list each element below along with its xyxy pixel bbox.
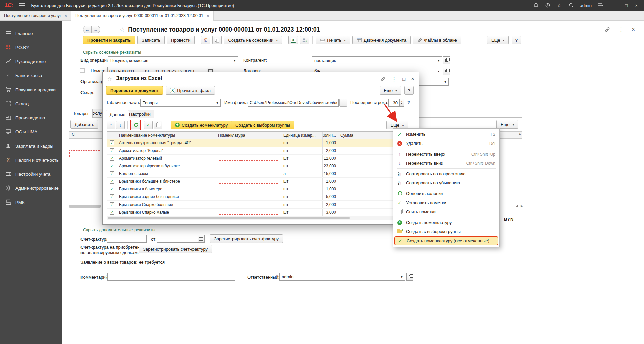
more-button[interactable]: Еще▾: [487, 36, 509, 44]
sidebar-item-accounting-settings[interactable]: Настройки учета: [0, 167, 62, 181]
row-checkbox[interactable]: ✓: [110, 202, 114, 207]
post-and-close-button[interactable]: Провести и закрыть: [83, 36, 135, 44]
row-checkbox[interactable]: ✓: [110, 156, 114, 161]
cloud-files-button[interactable]: Файлы в облаке: [413, 36, 461, 44]
scrollbar-thumb[interactable]: [108, 217, 350, 219]
last-row-field[interactable]: [388, 99, 400, 107]
notifications-icon[interactable]: [533, 2, 539, 8]
comment-field[interactable]: [107, 273, 235, 281]
row-checkbox[interactable]: ✓: [110, 164, 114, 168]
print-button[interactable]: Печать▾: [316, 36, 350, 44]
responsible-combo[interactable]: admin▾: [279, 273, 405, 281]
close-icon[interactable]: ×: [632, 2, 641, 9]
tab-receipt-list[interactable]: Поступление товаров и услуг ×: [0, 11, 71, 21]
grid-row[interactable]: ✓Брызговики большие в блистерешт1,000: [107, 178, 415, 185]
current-row-cursor[interactable]: [69, 150, 100, 157]
menu-item-edit[interactable]: ИзменитьF2: [393, 130, 499, 139]
column-unit[interactable]: Единица измер...: [281, 132, 323, 139]
link-icon[interactable]: [380, 76, 386, 82]
sidebar-item-salary-hr[interactable]: Зарплата и кадры: [0, 139, 62, 153]
hide-additional-requisites-link[interactable]: Скрыть дополнительные реквизиты: [83, 227, 155, 232]
horizontal-scrollbar-thumb[interactable]: [69, 205, 101, 208]
user-menu[interactable]: admin: [580, 3, 592, 8]
help-button[interactable]: ?: [512, 36, 521, 44]
grid-row[interactable]: ✓Ароматизатор гелевыйшт12,000: [107, 155, 415, 162]
kebab-icon[interactable]: ⋮: [618, 26, 624, 33]
row-checkbox[interactable]: ✓: [110, 171, 114, 176]
row-checkbox[interactable]: ✓: [110, 187, 114, 191]
menu-item-refresh-columns[interactable]: Обновить колонки: [393, 189, 499, 198]
grid-row[interactable]: ✓Брызговики Спарко большиешт2,000: [107, 201, 415, 209]
column-nomenclature[interactable]: Номенклатура: [216, 132, 281, 139]
create-item-button[interactable]: +Создать номенклатуру: [171, 121, 232, 129]
save-button[interactable]: Записать: [137, 36, 165, 44]
row-checkbox[interactable]: ✓: [110, 140, 114, 145]
grid-row[interactable]: ✓Антенна внутрисалонная "Триада -40"шт1,…: [107, 139, 415, 147]
clear-marks-button[interactable]: [154, 121, 162, 129]
list-icon[interactable]: [80, 68, 85, 73]
back-icon[interactable]: ←: [83, 26, 92, 33]
row-checkbox[interactable]: ✓: [110, 194, 114, 199]
link-icon[interactable]: [605, 27, 610, 32]
browse-file-button[interactable]: ...: [339, 99, 347, 107]
menu-item-sort-descending[interactable]: ЯА↓Сортировать по убыванию: [393, 178, 499, 187]
read-file-button[interactable]: XПрочитать файл: [166, 86, 215, 95]
table-part-combo[interactable]: Товары▾: [140, 99, 221, 107]
favorites-icon[interactable]: ☆: [556, 2, 562, 8]
sidebar-item-taxes[interactable]: ДтКтНалоги и отчетность: [0, 153, 62, 167]
sidebar-item-production[interactable]: Производство: [0, 111, 62, 125]
operation-type-combo[interactable]: Покупка, комиссия▾: [108, 56, 238, 64]
row-checkbox[interactable]: ✓: [110, 210, 114, 215]
chevron-down-icon[interactable]: ▾: [436, 69, 442, 73]
sidebar-item-administration[interactable]: Администрирование: [0, 181, 62, 195]
dtkt-postings-button[interactable]: ДтКт: [201, 36, 210, 44]
sidebar-item-poby[interactable]: PO.BY: [0, 40, 62, 54]
hide-main-requisites-link[interactable]: Скрыть основные реквизиты: [83, 50, 141, 55]
tab-goods[interactable]: Товары: [69, 109, 93, 118]
tab-data[interactable]: Данные: [106, 110, 129, 118]
service-settings-icon[interactable]: [597, 2, 603, 8]
forward-icon[interactable]: →: [92, 26, 100, 33]
items-more-button[interactable]: Еще▾: [496, 120, 518, 129]
menu-item-create-with-group[interactable]: Создать с выбором группы: [393, 227, 499, 236]
menu-item-move-down[interactable]: ↓Переместить внизCtrl+Shift+Down: [393, 159, 499, 168]
close-icon[interactable]: ×: [207, 13, 209, 18]
search-icon[interactable]: [568, 2, 574, 8]
counterparty-combo[interactable]: поставщик▾: [312, 56, 442, 64]
grid-row[interactable]: ✓Ароматизатор Фреско в бутылкешт23,000: [107, 162, 415, 170]
set-marks-button[interactable]: ✓: [144, 121, 153, 129]
create-with-group-button[interactable]: Создать с выбором группы: [231, 121, 294, 129]
chevron-down-icon[interactable]: ▾: [442, 80, 448, 84]
grid-row[interactable]: ✓Ароматизатор "Корона"шт2,000: [107, 147, 415, 155]
move-down-button[interactable]: ↓: [116, 121, 125, 129]
menu-item-create-item[interactable]: +Создать номенклатуру: [393, 218, 499, 227]
sidebar-item-rmk[interactable]: РМК: [0, 195, 62, 209]
counterparty-check-button[interactable]: [300, 36, 309, 44]
scroll-left-icon[interactable]: ◀: [516, 204, 518, 208]
calendar-button[interactable]: [198, 235, 205, 243]
sidebar-item-fixed-assets[interactable]: ОС и НМА: [0, 125, 62, 139]
add-row-button[interactable]: Добавить: [70, 120, 98, 129]
invoice-date-field[interactable]: [157, 235, 198, 243]
row-checkbox[interactable]: ✓: [110, 179, 114, 184]
invoice-number-field[interactable]: [107, 235, 147, 243]
favorite-star-icon[interactable]: ☆: [107, 76, 112, 82]
maximize-icon[interactable]: □: [622, 2, 631, 9]
menu-item-clear-marks[interactable]: Снять пометки: [393, 207, 499, 216]
dialog-help-button[interactable]: ?: [404, 86, 414, 95]
main-menu-icon[interactable]: [19, 3, 25, 7]
column-name[interactable]: Наименование номенклатуры: [117, 132, 216, 139]
sidebar-item-warehouse[interactable]: Склад: [0, 97, 62, 111]
excel-load-button[interactable]: X: [288, 36, 298, 44]
close-icon[interactable]: ×: [65, 13, 67, 18]
copy-document-button[interactable]: [212, 36, 222, 44]
tab-receipt-document[interactable]: Поступление товаров и услуг 0000-000011 …: [71, 11, 213, 21]
scroll-right-icon[interactable]: ▶: [521, 204, 523, 208]
grid-row[interactable]: ✓Баллон с газомл15,000: [107, 170, 415, 178]
favorite-star-icon[interactable]: ☆: [120, 26, 125, 33]
responsible-open-button[interactable]: [406, 273, 413, 281]
maximize-icon[interactable]: □: [402, 77, 405, 82]
create-based-on-button[interactable]: Создать на основании▾: [224, 36, 282, 44]
sidebar-item-purchases-sales[interactable]: Покупки и продажи: [0, 82, 62, 97]
sidebar-item-manager[interactable]: Руководителю: [0, 54, 62, 68]
